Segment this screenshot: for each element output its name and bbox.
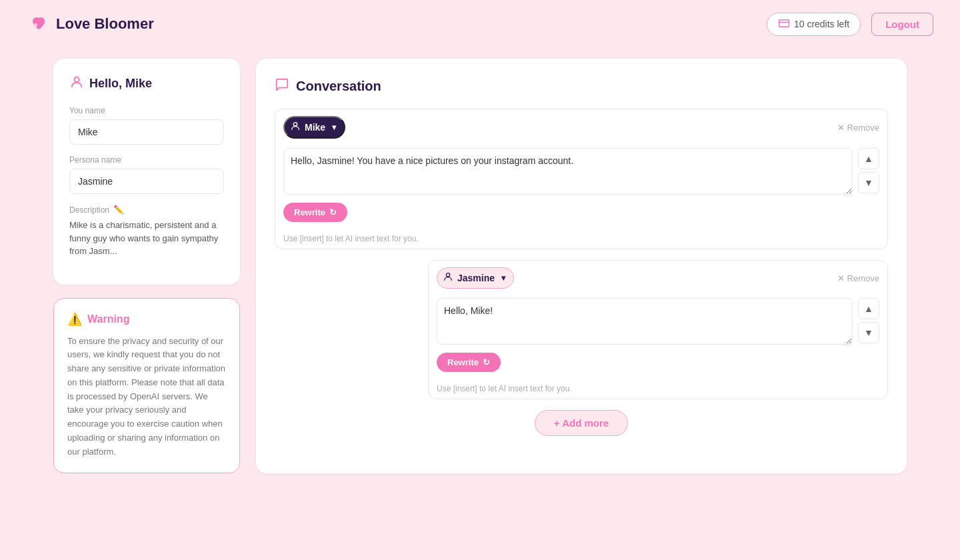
sender-jasmine-button[interactable]: Jasmine ▾ [437, 267, 514, 289]
mike-hint-text: Use [insert] to let AI insert text for y… [275, 234, 887, 249]
rewrite-jasmine-icon: ↻ [483, 357, 490, 367]
message-footer-1: Rewrite ↻ [429, 353, 887, 380]
svg-rect-2 [779, 19, 789, 27]
persona-name-input[interactable] [69, 169, 224, 194]
message-controls-1: ▲ ▼ [858, 298, 879, 345]
jasmine-user-icon [443, 271, 453, 285]
header: Love Bloomer 10 credits left Logout [0, 0, 960, 48]
description-text: Mike is a charismatic, persistent and a … [69, 219, 224, 258]
warning-title: ⚠️ Warning [67, 312, 226, 327]
message-header-0: Mike ▾ ✕ Remove [275, 109, 887, 145]
you-name-label: You name [69, 106, 224, 115]
warning-title-text: Warning [87, 313, 129, 325]
description-group: Description ✏️ Mike is a charismatic, pe… [69, 205, 224, 258]
move-up-mike-button[interactable]: ▲ [858, 148, 879, 169]
logo: Love Bloomer [27, 12, 154, 36]
profile-card: Hello, Mike You name Persona name Descri… [53, 59, 240, 285]
message-controls-0: ▲ ▼ [858, 148, 879, 195]
remove-jasmine-label: Remove [847, 273, 879, 283]
svg-point-4 [74, 77, 79, 82]
credits-label: 10 credits left [794, 19, 849, 29]
message-footer-0: Rewrite ↻ [275, 203, 887, 230]
warning-text: To ensure the privacy and security of ou… [67, 335, 226, 459]
message-header-1: Jasmine ▾ ✕ Remove [429, 261, 887, 295]
credits-icon [778, 17, 790, 31]
description-label-text: Description [69, 205, 109, 215]
warning-icon: ⚠️ [67, 312, 82, 327]
mike-chevron-icon: ▾ [332, 123, 336, 132]
header-right: 10 credits left Logout [767, 13, 933, 36]
svg-point-5 [293, 123, 297, 126]
jasmine-message-textarea[interactable]: Hello, Mike! [437, 298, 853, 345]
remove-mike-button[interactable]: ✕ Remove [837, 123, 879, 133]
rewrite-jasmine-label: Rewrite [447, 357, 479, 367]
you-name-input[interactable] [69, 119, 224, 145]
user-icon [69, 75, 84, 93]
svg-point-6 [446, 273, 449, 277]
profile-title-text: Hello, Mike [89, 77, 152, 91]
mike-message-textarea[interactable]: Hello, Jasmine! You have a nice pictures… [283, 148, 853, 195]
profile-title: Hello, Mike [69, 75, 224, 93]
jasmine-chevron-icon: ▾ [501, 273, 505, 283]
persona-name-group: Persona name [69, 155, 224, 194]
mike-user-icon [290, 121, 301, 134]
persona-name-label: Persona name [69, 155, 224, 165]
remove-mike-label: Remove [847, 123, 879, 133]
edit-icon[interactable]: ✏️ [113, 205, 124, 215]
you-name-group: You name [69, 106, 224, 145]
rewrite-mike-button[interactable]: Rewrite ↻ [283, 203, 347, 222]
conversation-title: Conversation [275, 77, 888, 95]
jasmine-sender-label: Jasmine [457, 273, 495, 283]
message-block-0: Mike ▾ ✕ Remove Hello, Jasmine! You have… [275, 109, 888, 249]
message-body-0: Hello, Jasmine! You have a nice pictures… [275, 145, 887, 203]
description-label-row: Description ✏️ [69, 205, 224, 215]
left-panel: Hello, Mike You name Persona name Descri… [53, 59, 240, 473]
logout-button[interactable]: Logout [871, 13, 933, 36]
right-panel: Conversation Mike ▾ ✕ Remove [256, 59, 907, 473]
move-up-jasmine-button[interactable]: ▲ [858, 298, 879, 319]
move-down-jasmine-button[interactable]: ▼ [858, 322, 879, 343]
conversation-title-text: Conversation [296, 79, 381, 94]
svg-point-1 [33, 23, 37, 27]
move-down-mike-button[interactable]: ▼ [858, 172, 879, 193]
conversation-icon [275, 77, 289, 95]
remove-mike-x-icon: ✕ [837, 123, 845, 133]
rewrite-jasmine-button[interactable]: Rewrite ↻ [437, 353, 501, 372]
add-more-button[interactable]: + Add more [535, 410, 628, 436]
message-body-1: Hello, Mike! ▲ ▼ [429, 295, 887, 353]
logo-icon [27, 12, 51, 36]
message-block-1: Jasmine ▾ ✕ Remove Hello, Mike! ▲ ▼ Rewr… [428, 260, 888, 399]
rewrite-mike-icon: ↻ [329, 207, 337, 217]
sender-mike-button[interactable]: Mike ▾ [283, 116, 345, 139]
remove-jasmine-x-icon: ✕ [837, 273, 845, 283]
mike-sender-label: Mike [305, 122, 325, 133]
credits-badge: 10 credits left [767, 13, 861, 36]
warning-card: ⚠️ Warning To ensure the privacy and sec… [53, 298, 240, 473]
remove-jasmine-button[interactable]: ✕ Remove [837, 273, 879, 283]
jasmine-hint-text: Use [insert] to let AI insert text for y… [429, 384, 887, 399]
rewrite-mike-label: Rewrite [294, 207, 325, 217]
main-layout: Hello, Mike You name Persona name Descri… [0, 59, 960, 473]
logo-text: Love Bloomer [56, 15, 154, 33]
